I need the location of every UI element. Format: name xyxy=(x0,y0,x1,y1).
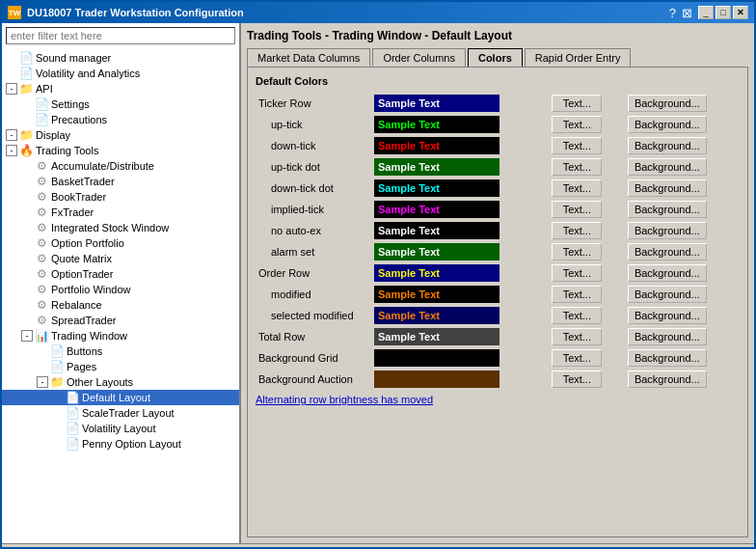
alternating-link[interactable]: Alternating row brightness has moved xyxy=(256,394,433,405)
maximize-button[interactable]: □ xyxy=(716,6,731,19)
background-color-button[interactable]: Background... xyxy=(628,95,707,112)
tree-item[interactable]: ⚙Portfolio Window xyxy=(2,282,239,297)
color-row-label: Total Row xyxy=(256,326,371,347)
text-color-button[interactable]: Text... xyxy=(552,328,602,345)
tree-node-icon: 📄 xyxy=(50,344,64,358)
tree-item[interactable]: -📊Trading Window xyxy=(2,328,239,343)
color-swatch: Sample Text xyxy=(374,286,500,303)
tree-item[interactable]: 📄Precautions xyxy=(2,112,239,127)
tree-expander[interactable]: - xyxy=(21,330,33,342)
text-color-button[interactable]: Text... xyxy=(552,137,602,154)
tree-item-label: Settings xyxy=(51,98,90,110)
tree-expander[interactable]: - xyxy=(6,145,17,156)
tree-item-label: Display xyxy=(36,129,70,141)
tree-item[interactable]: 📄ScaleTrader Layout xyxy=(2,405,239,421)
tree-item[interactable]: ⚙Quote Matrix xyxy=(2,251,239,266)
color-row-label: modified xyxy=(256,284,371,305)
text-color-button[interactable]: Text... xyxy=(552,158,602,176)
text-color-button[interactable]: Text... xyxy=(552,222,602,239)
tree-item[interactable]: ⚙BookTrader xyxy=(2,189,239,205)
tree-item[interactable]: 📄Settings xyxy=(2,96,239,112)
text-color-button[interactable]: Text... xyxy=(552,243,602,261)
tree-item-label: Integrated Stock Window xyxy=(51,222,169,233)
tree-item[interactable]: -📁Display xyxy=(2,127,239,143)
color-row: Background GridText...Background... xyxy=(256,347,740,369)
tree-node-icon: 📁 xyxy=(19,82,33,96)
tree-item[interactable]: 📄Penny Option Layout xyxy=(2,436,239,452)
background-color-button[interactable]: Background... xyxy=(628,222,707,239)
tree-item[interactable]: ⚙SpreadTrader xyxy=(2,313,239,328)
tree-expander[interactable]: - xyxy=(6,83,17,95)
text-color-button[interactable]: Text... xyxy=(552,95,602,112)
tree-item[interactable]: ⚙FxTrader xyxy=(2,205,239,220)
tree-item-label: BookTrader xyxy=(51,191,106,203)
background-color-button[interactable]: Background... xyxy=(628,264,707,282)
tabs-row: Market Data ColumnsOrder ColumnsColorsRa… xyxy=(247,48,748,67)
tree-expander[interactable]: - xyxy=(6,129,17,141)
title-bar: TW DU18007 Trader Workstation Configurat… xyxy=(2,2,754,23)
background-color-button[interactable]: Background... xyxy=(628,201,707,218)
text-color-button[interactable]: Text... xyxy=(552,307,602,324)
color-row: up-tick dotSample TextText...Background.… xyxy=(256,156,740,178)
minimize-button[interactable]: _ xyxy=(698,6,714,19)
background-color-button[interactable]: Background... xyxy=(628,307,707,324)
tab-rapid-order[interactable]: Rapid Order Entry xyxy=(525,48,632,67)
tree-expander[interactable]: - xyxy=(37,376,48,388)
tree-node-icon: ⚙ xyxy=(35,236,48,250)
tree-item[interactable]: 📄Buttons xyxy=(2,343,239,359)
network-icon[interactable]: ⊠ xyxy=(682,6,692,20)
background-color-button[interactable]: Background... xyxy=(628,179,707,197)
filter-input[interactable] xyxy=(6,27,235,44)
color-row: implied-tickSample TextText...Background… xyxy=(256,199,740,220)
tree-item[interactable]: 📄Pages xyxy=(2,359,239,374)
colors-table: Ticker RowSample TextText...Background..… xyxy=(256,93,740,390)
background-color-button[interactable]: Background... xyxy=(628,328,707,345)
tree-item[interactable]: ⚙Accumulate/Distribute xyxy=(2,158,239,174)
color-swatch: Sample Text xyxy=(374,201,500,218)
text-color-button[interactable]: Text... xyxy=(552,201,602,218)
tree-item[interactable]: ⚙Option Portfolio xyxy=(2,235,239,251)
text-color-button[interactable]: Text... xyxy=(552,116,602,133)
tab-order-columns[interactable]: Order Columns xyxy=(372,48,466,67)
tree-item[interactable]: -📁API xyxy=(2,81,239,96)
background-color-button[interactable]: Background... xyxy=(628,349,707,367)
tab-market-data[interactable]: Market Data Columns xyxy=(247,48,370,67)
left-panel: 📄Sound manager📄Volatility and Analytics-… xyxy=(2,23,241,543)
tree-item[interactable]: ⚙Integrated Stock Window xyxy=(2,220,239,235)
background-color-button[interactable]: Background... xyxy=(628,243,707,261)
tree-item[interactable]: 📄Sound manager xyxy=(2,50,239,66)
tree-node-icon: ⚙ xyxy=(35,252,48,265)
close-button[interactable]: ✕ xyxy=(733,6,748,19)
color-swatch: Sample Text xyxy=(374,158,500,176)
background-color-button[interactable]: Background... xyxy=(628,137,707,154)
tree-item[interactable]: 📄Default Layout xyxy=(2,390,239,405)
tree-item[interactable]: ⚙BasketTrader xyxy=(2,174,239,189)
tree-item[interactable]: -🔥Trading Tools xyxy=(2,143,239,158)
tree-node-icon: 📊 xyxy=(35,329,48,343)
tab-colors[interactable]: Colors xyxy=(468,48,523,67)
tree-item-label: Portfolio Window xyxy=(51,284,131,295)
color-row: modifiedSample TextText...Background... xyxy=(256,284,740,305)
color-row-label: down-tick dot xyxy=(256,178,371,199)
text-color-button[interactable]: Text... xyxy=(552,264,602,282)
text-color-button[interactable]: Text... xyxy=(552,371,602,388)
panel-title: Trading Tools - Trading Window - Default… xyxy=(247,29,748,42)
background-color-button[interactable]: Background... xyxy=(628,286,707,303)
right-panel: Trading Tools - Trading Window - Default… xyxy=(241,23,754,543)
tree-item[interactable]: 📄Volatility and Analytics xyxy=(2,66,239,81)
text-color-button[interactable]: Text... xyxy=(552,286,602,303)
tree-item[interactable]: -📁Other Layouts xyxy=(2,374,239,390)
help-icon[interactable]: ? xyxy=(669,6,676,20)
tree-node-icon: ⚙ xyxy=(35,159,48,173)
tree-item[interactable]: ⚙Rebalance xyxy=(2,297,239,313)
background-color-button[interactable]: Background... xyxy=(628,116,707,133)
tree-item-label: Precautions xyxy=(51,114,107,125)
background-color-button[interactable]: Background... xyxy=(628,158,707,176)
tree-item[interactable]: 📄Volatility Layout xyxy=(2,421,239,436)
text-color-button[interactable]: Text... xyxy=(552,349,602,367)
text-color-button[interactable]: Text... xyxy=(552,179,602,197)
tree-item-label: Volatility Layout xyxy=(82,423,155,434)
tree-item-label: OptionTrader xyxy=(51,268,113,280)
tree-item[interactable]: ⚙OptionTrader xyxy=(2,266,239,282)
background-color-button[interactable]: Background... xyxy=(628,371,707,388)
